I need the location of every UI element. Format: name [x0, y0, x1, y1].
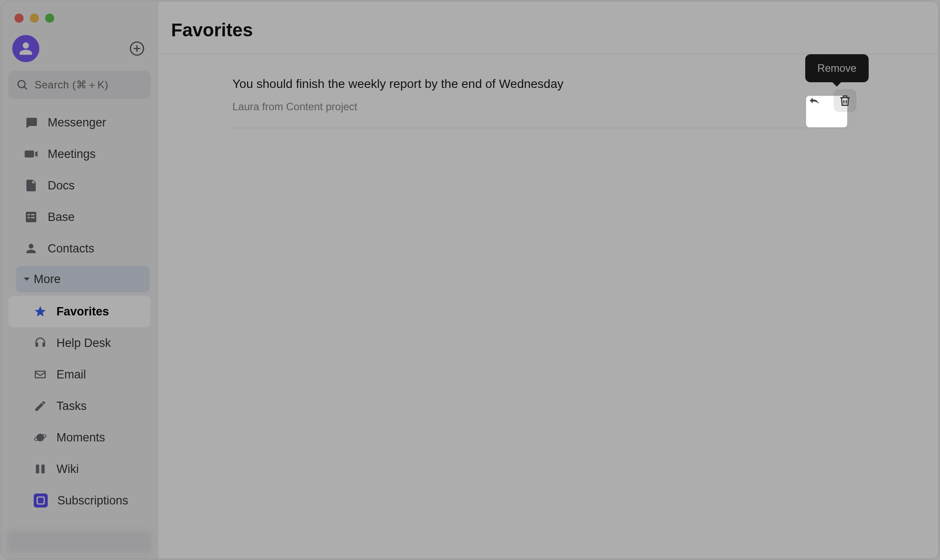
headset-icon [34, 336, 47, 350]
sidebar-item-label: Meetings [48, 147, 96, 161]
sidebar-item-label: More [34, 273, 61, 286]
wiki-icon [34, 462, 47, 476]
tooltip-remove: Remove [805, 54, 869, 82]
sidebar-item-favorites[interactable]: Favorites [8, 296, 151, 327]
share-icon [807, 94, 821, 108]
sidebar-item-email[interactable]: Email [8, 359, 151, 390]
svg-rect-7 [31, 214, 35, 215]
window-close-button[interactable] [14, 14, 24, 23]
nav-list: Messenger Meetings Docs Base [1, 107, 158, 516]
search-bar[interactable] [8, 71, 151, 99]
sidebar-item-docs[interactable]: Docs [8, 170, 151, 201]
chevron-down-icon [21, 273, 33, 285]
sidebar-item-moments[interactable]: Moments [8, 422, 151, 453]
sidebar-item-label: Docs [48, 179, 75, 192]
sidebar-bottom-placeholder [7, 531, 152, 553]
favorite-actions: Remove [803, 89, 856, 112]
sidebar-item-label: Email [56, 368, 86, 382]
sidebar-item-label: Contacts [48, 242, 95, 256]
favorite-text: You should finish the weekly report by t… [232, 77, 851, 91]
svg-rect-13 [37, 497, 44, 504]
add-button[interactable] [127, 39, 147, 58]
base-icon [24, 210, 38, 224]
traffic-lights [1, 1, 158, 23]
svg-line-4 [24, 87, 27, 89]
sidebar-bottom [1, 525, 158, 559]
sidebar-item-meetings[interactable]: Meetings [8, 138, 151, 170]
star-icon [34, 305, 47, 318]
sidebar-item-label: Help Desk [56, 336, 111, 350]
favorites-list: You should finish the weekly report by t… [158, 54, 939, 128]
main-header: Favorites [158, 1, 939, 54]
sidebar-item-label: Tasks [56, 399, 87, 413]
sidebar-item-label: Favorites [56, 305, 109, 318]
sidebar-item-subscriptions[interactable]: Subscriptions [8, 485, 151, 516]
planet-icon [34, 431, 47, 444]
delete-button[interactable]: Remove [834, 89, 856, 112]
sidebar-item-label: Base [48, 210, 75, 224]
svg-point-3 [18, 80, 25, 88]
svg-rect-6 [28, 214, 30, 215]
page-title: Favorites [171, 20, 926, 41]
plus-circle-icon [129, 41, 145, 56]
video-icon [24, 147, 38, 161]
search-input[interactable] [35, 79, 143, 91]
sidebar-item-label: Wiki [56, 462, 79, 476]
sidebar-item-help-desk[interactable]: Help Desk [8, 327, 151, 359]
sidebar-item-messenger[interactable]: Messenger [8, 107, 151, 138]
subscriptions-icon [34, 494, 48, 508]
sidebar-item-more[interactable]: More [16, 266, 150, 292]
docs-icon [24, 178, 38, 192]
chat-icon [24, 116, 38, 130]
svg-rect-9 [31, 217, 35, 218]
pencil-icon [34, 399, 47, 413]
sidebar-item-wiki[interactable]: Wiki [8, 453, 151, 485]
sidebar-item-tasks[interactable]: Tasks [8, 390, 151, 422]
favorite-meta: Laura from Content project [232, 101, 851, 113]
trash-icon [838, 94, 852, 108]
sidebar-item-label: Moments [56, 431, 105, 444]
svg-rect-8 [28, 217, 30, 218]
sidebar-item-label: Subscriptions [57, 494, 128, 508]
window-maximize-button[interactable] [45, 14, 54, 23]
sidebar: Messenger Meetings Docs Base [1, 1, 158, 559]
window-minimize-button[interactable] [30, 14, 39, 23]
mail-icon [34, 368, 47, 381]
contacts-icon [24, 242, 38, 256]
sidebar-item-label: Messenger [48, 116, 106, 130]
search-icon [16, 79, 28, 91]
sidebar-item-contacts[interactable]: Contacts [8, 233, 151, 264]
svg-marker-10 [35, 306, 46, 317]
user-icon [18, 41, 33, 56]
avatar[interactable] [12, 35, 39, 62]
share-button[interactable] [803, 89, 826, 112]
favorite-item[interactable]: You should finish the weekly report by t… [232, 67, 851, 128]
main-content: Favorites You should finish the weekly r… [158, 1, 939, 559]
sidebar-item-base[interactable]: Base [8, 201, 151, 233]
